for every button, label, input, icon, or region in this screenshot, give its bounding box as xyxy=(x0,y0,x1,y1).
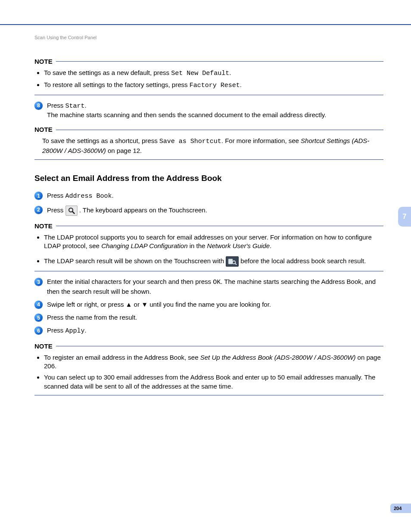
step-badge-3: 3 xyxy=(34,278,43,286)
text: Press xyxy=(47,327,65,334)
italic-ref: Set Up the Address Book (ADS-2800W / ADS… xyxy=(200,354,356,361)
note-header: NOTE xyxy=(34,57,383,66)
step-badge-2: 2 xyxy=(34,206,43,214)
step-4-body: Swipe left or right, or press ▲ or ▼ unt… xyxy=(47,300,383,309)
note-close-rule xyxy=(34,271,383,271)
step-2: 2 Press . The keyboard appears on the To… xyxy=(34,205,383,216)
step-badge-4: 4 xyxy=(34,301,43,309)
text: . For more information, see xyxy=(221,137,301,144)
text: before the local address book search res… xyxy=(240,257,366,264)
note-header: NOTE xyxy=(34,222,383,230)
svg-rect-2 xyxy=(228,259,233,264)
note-rule xyxy=(56,346,383,346)
note-label: NOTE xyxy=(34,57,53,66)
text: . xyxy=(270,242,271,249)
text: on page 12. xyxy=(106,147,142,154)
mono-text: OK xyxy=(213,279,221,286)
note-label: NOTE xyxy=(34,222,53,230)
note-3-item-1: The LDAP protocol supports you to search… xyxy=(44,233,383,251)
mono-text: Save as Shortcut xyxy=(159,138,221,145)
note-2-body: To save the settings as a shortcut, pres… xyxy=(42,137,383,155)
text: Press xyxy=(47,192,65,199)
note-label: NOTE xyxy=(34,125,53,134)
italic-ref: Network User's Guide xyxy=(207,242,270,249)
mono-text: Factory Reset xyxy=(190,82,240,89)
text: To register an email address in the Addr… xyxy=(44,354,200,361)
step-badge-6: 6 xyxy=(34,327,43,335)
text: . xyxy=(229,69,231,76)
text: in the xyxy=(188,242,207,249)
note-label: NOTE xyxy=(34,342,53,351)
text: until you find the name you are looking … xyxy=(148,301,271,308)
chapter-tab: 7 xyxy=(398,207,411,227)
mono-text: Apply xyxy=(65,327,85,335)
step-badge-1: 1 xyxy=(34,192,43,200)
step-1-body: Press Address Book. xyxy=(47,191,383,201)
text: To restore all settings to the factory s… xyxy=(44,81,190,88)
note-close-rule xyxy=(34,395,383,395)
note-1-item-2: To restore all settings to the factory s… xyxy=(44,81,383,90)
step-badge-8: 8 xyxy=(34,102,43,110)
text: Swipe left or right, or press xyxy=(47,301,126,308)
note-3-item-2: The LDAP search result will be shown on … xyxy=(44,256,383,267)
step-5-body: Press the name from the result. xyxy=(47,313,383,322)
text: To save the settings as a shortcut, pres… xyxy=(42,137,159,144)
step-6-body: Press Apply. xyxy=(47,326,383,336)
text: . xyxy=(240,81,242,88)
text: The machine starts scanning and then sen… xyxy=(47,111,326,118)
text: . xyxy=(85,327,87,334)
step-8: 8 Press Start. The machine starts scanni… xyxy=(34,101,383,120)
chapter-number: 7 xyxy=(403,212,407,221)
page-number-tab: 204 xyxy=(390,504,411,513)
note-rule xyxy=(56,61,383,62)
svg-line-4 xyxy=(235,264,237,265)
note-close-rule xyxy=(34,95,383,95)
breadcrumb: Scan Using the Control Panel xyxy=(34,34,383,41)
text: Press xyxy=(47,102,65,109)
step-1: 1 Press Address Book. xyxy=(34,191,383,201)
note-rule xyxy=(56,226,383,226)
mono-text: Set New Default xyxy=(171,70,229,77)
note-4-item-1: To register an email address in the Addr… xyxy=(44,353,383,371)
section-heading: Select an Email Address from the Address… xyxy=(34,173,383,184)
mono-text: Start xyxy=(65,103,85,110)
step-2-body: Press . The keyboard appears on the Touc… xyxy=(47,205,383,216)
text: Enter the initial characters for your se… xyxy=(47,278,213,285)
note-4-list: To register an email address in the Addr… xyxy=(34,353,383,391)
page-number: 204 xyxy=(394,505,402,512)
svg-line-1 xyxy=(72,212,75,214)
mono-text: Address Book xyxy=(65,193,112,200)
step-4: 4 Swipe left or right, or press ▲ or ▼ u… xyxy=(34,300,383,309)
step-8-body: Press Start. The machine starts scanning… xyxy=(47,101,383,120)
note-close-rule xyxy=(34,159,383,160)
note-1-list: To save the settings as a new default, p… xyxy=(34,68,383,90)
text: To save the settings as a new default, p… xyxy=(44,69,171,76)
text: . xyxy=(85,102,87,109)
note-header: NOTE xyxy=(34,342,383,351)
text: or xyxy=(132,301,141,308)
top-border-rule xyxy=(0,24,411,25)
note-1-item-1: To save the settings as a new default, p… xyxy=(44,68,383,78)
step-badge-5: 5 xyxy=(34,314,43,322)
down-arrow-icon: ▼ xyxy=(141,301,148,308)
step-3-body: Enter the initial characters for your se… xyxy=(47,277,383,296)
step-6: 6 Press Apply. xyxy=(34,326,383,336)
note-3-list: The LDAP protocol supports you to search… xyxy=(34,233,383,267)
note-4-item-2: You can select up to 300 email addresses… xyxy=(44,373,383,391)
magnifier-icon xyxy=(65,205,78,216)
text: . The keyboard appears on the Touchscree… xyxy=(79,206,207,214)
ldap-result-icon xyxy=(226,256,239,267)
note-header: NOTE xyxy=(34,125,383,134)
italic-ref: Changing LDAP Configuration xyxy=(101,242,187,249)
up-arrow-icon: ▲ xyxy=(126,301,132,308)
note-rule xyxy=(56,130,383,130)
text: Press xyxy=(47,206,65,214)
text: . xyxy=(112,192,114,199)
text: The LDAP search result will be shown on … xyxy=(44,257,226,264)
step-3: 3 Enter the initial characters for your … xyxy=(34,277,383,296)
step-5: 5 Press the name from the result. xyxy=(34,313,383,322)
